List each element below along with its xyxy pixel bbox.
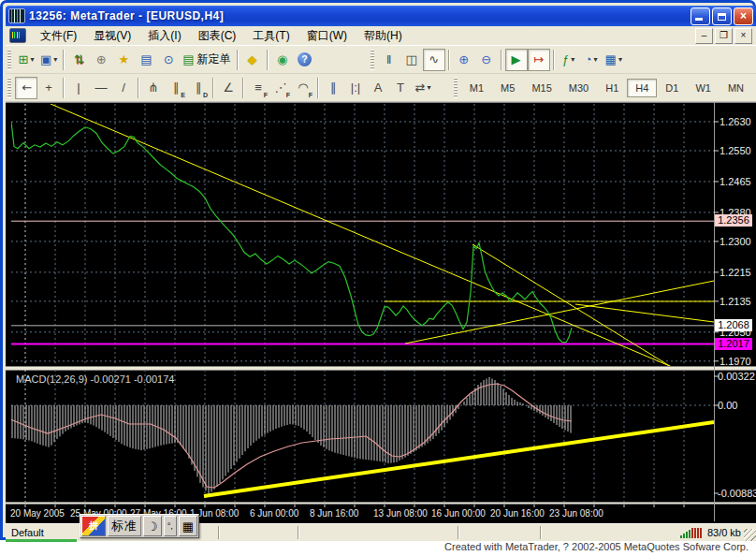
zoom-in-button[interactable]: ⊕ [453, 49, 475, 71]
trendline-button[interactable]: / [112, 77, 135, 99]
time-axis-label: 13 Jun 08:00 [373, 508, 428, 519]
chart-area[interactable] [6, 102, 756, 523]
auto-scroll-button[interactable]: ▶ [505, 49, 528, 71]
help-button[interactable]: ? [294, 49, 316, 71]
toolbar-separator [448, 50, 450, 70]
indicators-button-dropdown-icon[interactable]: ▾ [571, 55, 574, 64]
toolbar-grip[interactable] [7, 50, 11, 70]
timeframe-mn[interactable]: MN [720, 79, 752, 97]
chart-candles-icon: ◫ [405, 52, 416, 66]
metaeditor-button[interactable]: ◉ [271, 49, 294, 71]
profiles-icon: ▣ [40, 52, 51, 66]
timeframe-m15[interactable]: M15 [523, 79, 560, 97]
toolbar-grip[interactable] [7, 78, 11, 98]
data-window-button[interactable]: ⊕ [90, 49, 112, 71]
gann-fan-button[interactable]: ∠ [217, 77, 240, 99]
status-panel-4 [458, 526, 541, 539]
data-window-icon: ⊕ [96, 52, 107, 66]
fibo-arcs-button[interactable]: ◠F [292, 77, 314, 99]
chart-line-button[interactable]: ∿ [423, 49, 445, 71]
chart-shift-button[interactable]: ↦ [528, 49, 550, 71]
periods-button[interactable]: ◔▾ [580, 49, 603, 71]
arrow-tools-button-dropdown-icon[interactable]: ▾ [427, 83, 430, 92]
new-chart-button-dropdown-icon[interactable]: ▾ [30, 55, 34, 64]
toolbar-grip[interactable] [371, 50, 374, 70]
chart-bars-icon: ‖ [386, 52, 391, 66]
cursor-button[interactable]: ↖ [15, 77, 37, 99]
indicators-button[interactable]: ƒ▾ [558, 49, 580, 71]
ime-logo-icon[interactable]: 拼 [81, 516, 106, 536]
fibo-arcs-icon: ◠ [298, 80, 308, 95]
text-icon: A [374, 80, 383, 95]
ime-fullhalf-icon[interactable]: ☽ [143, 516, 162, 536]
navigator-button[interactable]: ★ [112, 49, 135, 71]
stddev-channel-button[interactable]: ∥D [187, 77, 210, 99]
timeframe-h4[interactable]: H4 [627, 79, 657, 97]
status-panel-2 [219, 526, 298, 539]
equidistant-channel-button[interactable]: ∥E [165, 77, 187, 99]
mdi-minimize-button[interactable]: – [695, 28, 713, 44]
menu-charts[interactable]: 图表(C) [190, 26, 245, 46]
vertical-line-button[interactable]: | [67, 77, 90, 99]
title-bar[interactable]: 13256: MetaTrader - [EURUSD,H4] × [6, 6, 756, 26]
parallel-lines-button[interactable]: ∥ [322, 77, 344, 99]
toolbar-grip[interactable] [454, 78, 458, 98]
chart-bars-button[interactable]: ‖ [378, 49, 400, 71]
parallel-lines-icon: ∥ [330, 80, 337, 95]
periods-button-dropdown-icon[interactable]: ▾ [594, 55, 598, 64]
new-order-button[interactable]: ▤新定单 [180, 49, 233, 71]
gann-fan-icon: ∠ [223, 80, 234, 95]
andrews-pitchfork-button[interactable]: ⋔ [142, 77, 165, 99]
pane-splitter[interactable] [6, 366, 756, 371]
expert-advisors-button[interactable]: ◆ [241, 49, 264, 71]
zoom-out-icon: ⊖ [481, 52, 491, 66]
zoom-in-icon: ⊕ [458, 52, 469, 66]
text-label-icon: T [397, 80, 404, 95]
profiles-button[interactable]: ▣▾ [37, 49, 60, 71]
ime-keyboard-icon[interactable]: ▦ [179, 516, 197, 536]
strategy-tester-button[interactable]: ⊙ [157, 49, 180, 71]
screen: 13256: MetaTrader - [EURUSD,H4] × 文件(F)显… [0, 0, 756, 556]
fibo-fan-button[interactable]: ⋰F [269, 77, 292, 99]
macd-axis-tick: 0.00 [718, 400, 737, 411]
menu-insert[interactable]: 插入(I) [139, 26, 189, 46]
toolbar-separator [63, 50, 65, 70]
ime-mode-button[interactable]: 标准 [108, 516, 141, 536]
menu-file[interactable]: 文件(F) [32, 26, 85, 46]
menu-view[interactable]: 显视(V) [85, 26, 139, 46]
templates-button-dropdown-icon[interactable]: ▾ [618, 55, 622, 64]
macd-indicator-label: MACD(12,26,9) -0.00271 -0.00174 [16, 373, 174, 385]
menu-help[interactable]: 帮助(H) [356, 26, 411, 46]
templates-button[interactable]: ▦▾ [603, 49, 625, 71]
mdi-close-button[interactable]: × [734, 28, 752, 44]
terminal-button[interactable]: ▤ [135, 49, 157, 71]
timeframe-h1[interactable]: H1 [597, 79, 627, 97]
fibo-retracement-button[interactable]: ≡F [247, 77, 269, 99]
menu-window[interactable]: 窗口(W) [298, 26, 356, 46]
chart-candles-button[interactable]: ◫ [400, 49, 423, 71]
profiles-button-dropdown-icon[interactable]: ▾ [53, 55, 57, 64]
maximize-button[interactable] [712, 7, 732, 25]
horizontal-line-button[interactable]: — [90, 77, 112, 99]
timeframe-w1[interactable]: W1 [687, 79, 720, 97]
chart-window-icon[interactable] [9, 28, 26, 43]
new-chart-button[interactable]: ⊞▾ [15, 49, 37, 71]
resize-grip[interactable] [744, 529, 756, 541]
ime-punctuation-icon[interactable]: °, [164, 516, 177, 536]
text-label-button[interactable]: T [389, 77, 412, 99]
timeframe-m5[interactable]: M5 [492, 79, 523, 97]
expert-advisors-icon: ◆ [248, 52, 257, 66]
text-button[interactable]: A [367, 77, 389, 99]
close-button[interactable]: × [734, 7, 753, 25]
market-watch-button[interactable]: ⇅ [67, 49, 90, 71]
timeframe-m30[interactable]: M30 [560, 79, 597, 97]
arrow-tools-button[interactable]: ⇄▾ [412, 77, 434, 99]
timeframe-m1[interactable]: M1 [461, 79, 492, 97]
timeframe-d1[interactable]: D1 [657, 79, 687, 97]
crosshair-button[interactable]: + [37, 77, 60, 99]
zoom-out-button[interactable]: ⊖ [475, 49, 498, 71]
mdi-restore-button[interactable]: ❐ [715, 28, 733, 44]
cycle-lines-button[interactable]: |:| [344, 77, 367, 99]
minimize-button[interactable] [691, 7, 710, 25]
menu-tools[interactable]: 工具(T) [244, 26, 298, 46]
